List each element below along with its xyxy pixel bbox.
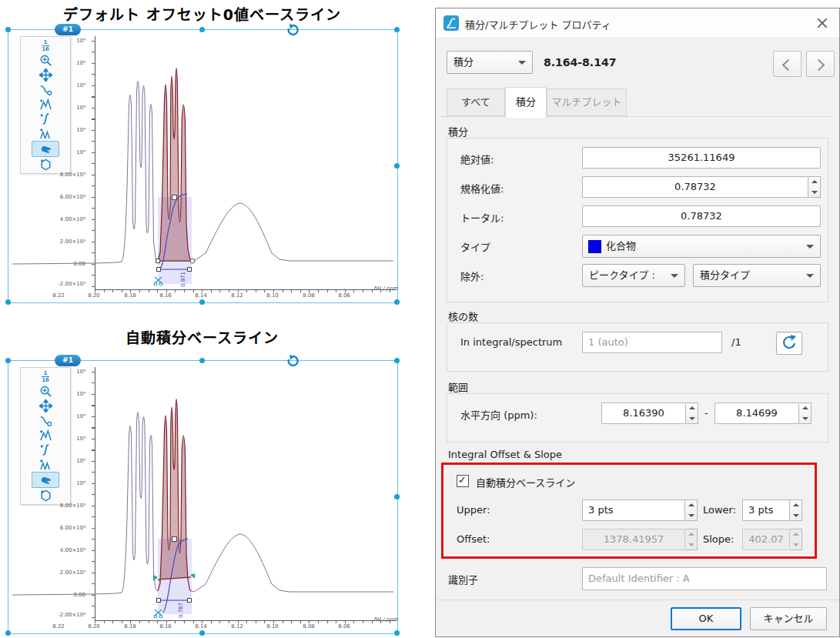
baseline-left-handle[interactable]: [156, 259, 160, 263]
recalculate-button[interactable]: [776, 332, 802, 355]
spin-up-icon[interactable]: [812, 180, 818, 183]
exclude-label: 除外:: [460, 269, 484, 283]
range-to-input[interactable]: 8.14699: [715, 403, 799, 424]
exclude-peak-type-select[interactable]: ピークタイプ :: [582, 264, 685, 287]
bracket-right-handle[interactable]: [187, 267, 192, 272]
spectrum-plot: [8, 361, 397, 633]
upper-spinner[interactable]: [685, 499, 698, 521]
next-item-button[interactable]: [806, 51, 835, 77]
region-top-handle[interactable]: [172, 195, 177, 200]
compound-color-swatch: [588, 240, 601, 253]
chevron-left-icon: [782, 59, 795, 72]
footer-divider: [436, 600, 839, 600]
spin-down-icon[interactable]: [802, 417, 808, 420]
range-from-spinner[interactable]: [686, 403, 698, 424]
cancel-button[interactable]: キャンセル: [750, 607, 827, 630]
auto-baseline-checkbox[interactable]: [457, 475, 469, 487]
bracket-right-handle[interactable]: [187, 598, 192, 603]
chevron-down-icon: [671, 274, 678, 282]
baseline-handle[interactable]: [190, 259, 195, 263]
slope-label: Slope:: [703, 533, 734, 545]
horizontal-ppm-label: 水平方向 (ppm):: [460, 407, 537, 422]
exclude-integral-type-select[interactable]: 積分タイプ: [693, 264, 821, 287]
spin-up-icon[interactable]: [793, 503, 799, 506]
nuclides-group-label: 核の数: [448, 309, 478, 323]
spin-up-icon[interactable]: [689, 406, 695, 409]
chevron-down-icon: [518, 61, 526, 68]
spectrum-curve: [191, 534, 393, 592]
spin-down-icon: [793, 543, 799, 546]
tab-multiplet[interactable]: マルチプレット: [547, 89, 627, 116]
spin-down-icon[interactable]: [812, 191, 818, 194]
chevron-down-icon: [806, 245, 814, 252]
app-icon: [443, 15, 459, 31]
integral-value-label: 0.971: [180, 272, 186, 287]
tab-pane-border: [440, 116, 833, 117]
type-select[interactable]: 化合物: [582, 235, 821, 258]
integral-value-label: 0.787: [178, 603, 184, 618]
spin-down-icon[interactable]: [689, 417, 695, 420]
exclude-peak-type-value: ピークタイプ :: [589, 269, 655, 281]
total-value-input[interactable]: 0.78732: [582, 205, 821, 227]
identifier-input[interactable]: Default Identifier : A: [582, 567, 827, 590]
chevron-right-icon: [813, 59, 825, 72]
previous-item-button[interactable]: [773, 51, 802, 77]
offset-input: 1378.41957: [582, 529, 685, 550]
lower-label: Lower:: [703, 504, 736, 516]
dialog-titlebar[interactable]: 積分/マルチプレット プロパティ: [436, 8, 839, 38]
range-to-spinner[interactable]: [799, 403, 812, 424]
spectrum-plot: [8, 30, 397, 302]
spin-down-icon[interactable]: [688, 514, 694, 517]
integral-multiplet-properties-dialog: 積分/マルチプレット プロパティ 積分 8.164-8.147 すべて 積分 マ…: [435, 8, 840, 637]
normalized-value-input[interactable]: 0.78732: [582, 176, 808, 198]
region-top-handle[interactable]: [172, 536, 177, 542]
slope-input: 402.07: [742, 529, 790, 550]
item-type-select[interactable]: 積分: [447, 51, 533, 74]
spin-up-icon[interactable]: [802, 406, 808, 409]
close-icon[interactable]: [815, 15, 830, 31]
cut-integral-icon[interactable]: [153, 609, 164, 618]
nuclide-count-input[interactable]: 1 (auto): [582, 332, 722, 353]
type-value: 化合物: [606, 240, 636, 252]
spin-down-icon[interactable]: [793, 514, 799, 517]
absolute-value-input[interactable]: 35261.11649: [582, 147, 821, 169]
slope-spinner: [790, 529, 802, 550]
selected-range-title: 8.164-8.147: [544, 56, 616, 68]
offset-label: Offset:: [457, 533, 490, 545]
spin-up-icon: [793, 533, 799, 536]
spectrum-panel-2[interactable]: #1 116: [8, 360, 398, 634]
dialog-title: 積分/マルチプレット プロパティ: [465, 17, 611, 32]
spectrum-curve: [12, 413, 158, 596]
chevron-down-icon: [806, 274, 814, 282]
cut-integral-icon[interactable]: [153, 276, 164, 286]
integral-group-label: 積分: [448, 124, 468, 139]
bracket-left-handle[interactable]: [156, 267, 161, 272]
tab-all[interactable]: すべて: [447, 89, 505, 116]
ok-button[interactable]: OK: [671, 607, 741, 630]
tab-integral[interactable]: 積分: [505, 87, 547, 118]
range-group-label: 範囲: [448, 379, 468, 394]
spectrum-panel-1[interactable]: #1 116: [8, 29, 398, 303]
type-label: タイプ: [460, 239, 490, 254]
item-type-value: 積分: [453, 56, 474, 68]
range-from-input[interactable]: 8.16390: [601, 403, 686, 424]
upper-input[interactable]: 3 pts: [582, 499, 685, 521]
lower-spinner[interactable]: [790, 499, 802, 521]
plot1-title: デフォルト オフセット0値ベースライン: [8, 3, 397, 24]
spin-up-icon[interactable]: [688, 503, 694, 506]
range-dash: -: [704, 407, 708, 419]
normalized-value-spinner[interactable]: [808, 176, 821, 198]
exclude-integral-type-value: 積分タイプ: [700, 269, 750, 281]
lower-input[interactable]: 3 pts: [742, 499, 790, 521]
baseline-left-arrow-handle[interactable]: [153, 575, 158, 581]
spectrum-curve: [12, 82, 158, 265]
bracket-left-handle[interactable]: [156, 598, 161, 603]
normalized-value-label: 規格化値:: [460, 181, 504, 195]
spin-down-icon: [688, 543, 694, 546]
nuclide-count-suffix: /1: [731, 336, 741, 348]
baseline-right-arrow-handle[interactable]: [190, 573, 195, 579]
total-value-label: トータル:: [460, 210, 504, 225]
spectrum-curve: [191, 203, 393, 261]
plot2-title: 自動積分ベースライン: [8, 326, 397, 347]
auto-baseline-label: 自動積分ベースライン: [476, 475, 575, 489]
